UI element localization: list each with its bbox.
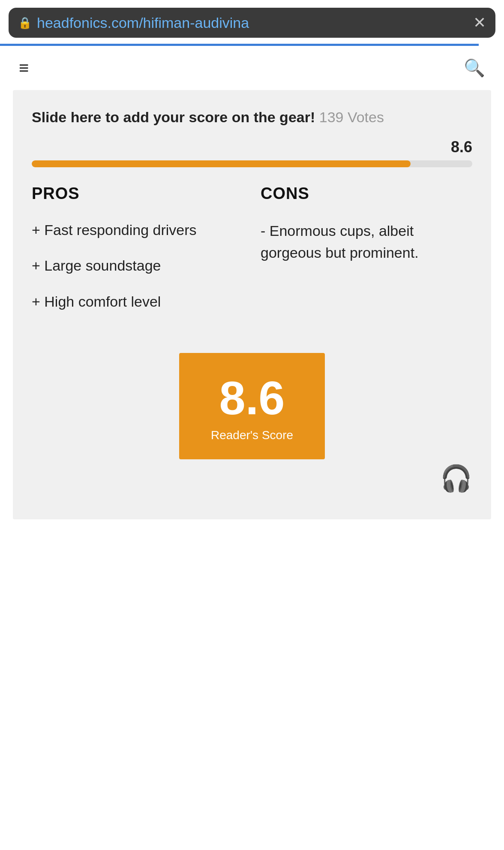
url-base: headfonics.com (37, 15, 139, 31)
slider-fill (32, 160, 411, 167)
slide-title: Slide here to add your score on the gear… (32, 107, 472, 128)
address-content: 🔒 headfonics.com/hifiman-audivina (18, 15, 473, 31)
hamburger-menu-icon[interactable]: ≡ (19, 58, 29, 78)
close-icon[interactable]: ✕ (473, 14, 486, 32)
pros-cons-section: PROS + Fast responding drivers + Large s… (32, 184, 472, 328)
slide-title-text: Slide here to add your score on the gear… (32, 109, 315, 125)
search-icon[interactable]: 🔍 (464, 58, 485, 78)
cons-heading: CONS (261, 184, 472, 203)
headphones-icon: 🎧 (440, 463, 472, 494)
url-path: /hifiman-audivina (139, 15, 249, 31)
bottom-area: 🎧 (32, 459, 472, 494)
score-value: 8.6 (32, 138, 472, 156)
address-bar[interactable]: 🔒 headfonics.com/hifiman-audivina ✕ (9, 8, 495, 38)
reader-score-label: Reader's Score (192, 428, 312, 442)
reader-score-section: 8.6 Reader's Score (32, 353, 472, 459)
cons-item-1: - Enormous cups, albeit gorgeous but pro… (261, 220, 472, 264)
vote-count: 139 Votes (319, 109, 384, 125)
content-card: Slide here to add your score on the gear… (13, 90, 491, 519)
url-text: headfonics.com/hifiman-audivina (37, 15, 249, 31)
reader-score-box: 8.6 Reader's Score (179, 353, 325, 459)
pros-item-3: + High comfort level (32, 292, 243, 312)
cons-column: CONS - Enormous cups, albeit gorgeous bu… (261, 184, 472, 328)
pros-column: PROS + Fast responding drivers + Large s… (32, 184, 243, 328)
reader-score-number: 8.6 (192, 374, 312, 422)
pros-item-2: + Large soundstage (32, 256, 243, 276)
lock-icon: 🔒 (18, 16, 32, 30)
pros-item-1: + Fast responding drivers (32, 220, 243, 241)
score-slider-section: Slide here to add your score on the gear… (32, 107, 472, 167)
slider-track[interactable] (32, 160, 472, 167)
pros-heading: PROS (32, 184, 243, 203)
nav-bar: ≡ 🔍 (0, 46, 504, 90)
